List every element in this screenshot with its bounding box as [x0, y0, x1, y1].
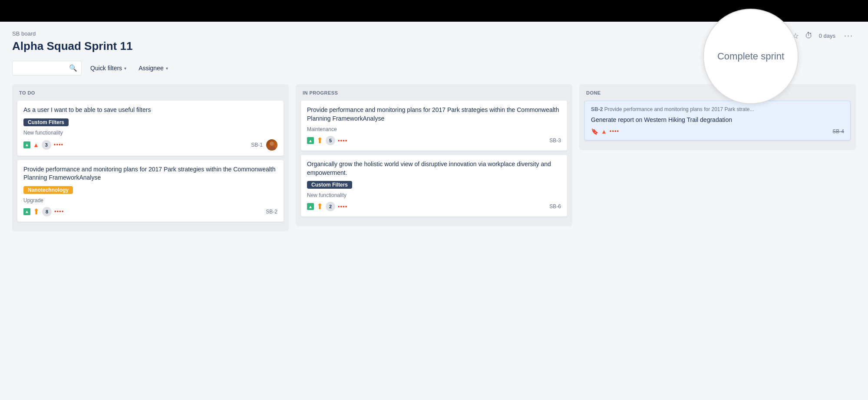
card-sb4[interactable]: SB-2 Provide performance and monitoring …: [584, 101, 851, 141]
sprint-actions: ☆ ⏱ 0 days ···: [792, 30, 856, 41]
card-sb1-icons: ▲ ▲ 3 ••••: [23, 140, 63, 150]
quick-filters-button[interactable]: Quick filters ▾: [87, 63, 130, 73]
card-sb4-header: SB-2 Provide performance and monitoring …: [591, 106, 844, 112]
svg-point-1: [268, 146, 276, 151]
card-sb3-badge: 5: [326, 136, 335, 145]
card-sb3-id: SB-3: [549, 138, 561, 144]
card-sb6-id: SB-6: [549, 203, 561, 210]
complete-sprint-overlay[interactable]: Complete sprint: [703, 9, 799, 104]
card-sb2-title: Provide performance and monitoring plans…: [23, 165, 277, 182]
card-sb2-dots: ••••: [54, 208, 64, 215]
card-sb6[interactable]: Organically grow the holistic world view…: [301, 155, 567, 216]
card-sb3-meta: Maintenance: [307, 126, 561, 132]
search-input[interactable]: [17, 65, 69, 72]
card-sb4-footer: 🔖 ▲ •••• SB-4: [591, 128, 844, 135]
card-sb1-badge: 3: [42, 140, 51, 150]
card-sb1[interactable]: As a user I want to be able to save usef…: [17, 101, 284, 156]
board: TO DO As a user I want to be able to sav…: [12, 84, 856, 231]
card-sb1-dots: ••••: [54, 141, 63, 148]
column-todo-header: TO DO: [17, 89, 284, 96]
search-icon: 🔍: [69, 64, 77, 72]
card-sb1-meta: New functionality: [23, 130, 277, 136]
svg-point-0: [270, 141, 274, 146]
days-label: 0 days: [819, 33, 835, 39]
card-sb3[interactable]: Provide performance and monitoring plans…: [301, 101, 567, 151]
card-sb3-dots: ••••: [338, 138, 347, 144]
column-inprogress: IN PROGRESS Provide performance and moni…: [296, 84, 572, 226]
priority-high-icon: ▲: [33, 141, 39, 148]
quick-filters-label: Quick filters: [90, 65, 122, 72]
card-sb3-icons: ▲ ⬆ 5 ••••: [307, 136, 347, 145]
priority-medium-icon-sb6: ⬆: [317, 202, 323, 211]
card-sb6-tag: Custom Filters: [307, 181, 352, 189]
avatar-sb1: [266, 139, 277, 151]
card-sb6-meta: New functionality: [307, 192, 561, 198]
story-icon: ▲: [23, 141, 30, 148]
priority-high-icon-sb3: ⬆: [317, 136, 323, 145]
quick-filters-chevron: ▾: [124, 66, 126, 71]
card-sb1-tag: Custom Filters: [23, 118, 69, 126]
card-sb4-icons: 🔖 ▲ ••••: [591, 128, 619, 135]
assignee-label: Assignee: [139, 65, 164, 72]
priority-medium-icon: ⬆: [33, 207, 40, 216]
card-sb2[interactable]: Provide performance and monitoring plans…: [17, 160, 284, 222]
card-sb6-icons: ▲ ⬆ 2 ••••: [307, 202, 347, 211]
search-box[interactable]: 🔍: [12, 61, 82, 75]
card-sb2-tag: Nanotechnology: [23, 186, 73, 194]
complete-sprint-label: Complete sprint: [717, 51, 784, 62]
card-sb2-meta: Upgrade: [23, 197, 277, 203]
main-container: Complete sprint ☆ ⏱ 0 days ··· SB board …: [0, 22, 868, 240]
card-sb4-done-id: SB-2: [591, 106, 603, 112]
column-done: DONE SB-2 Provide performance and monito…: [579, 84, 856, 150]
story-icon-sb6: ▲: [307, 203, 314, 210]
card-sb6-title: Organically grow the holistic world view…: [307, 160, 561, 177]
card-sb1-id: SB-1: [251, 142, 263, 148]
more-options-button[interactable]: ···: [842, 30, 856, 41]
card-sb1-right: SB-1: [251, 139, 277, 151]
card-sb4-title: Generate report on Western Hiking Trail …: [591, 116, 844, 125]
card-sb2-badge: 8: [42, 207, 52, 216]
card-sb4-dots: ••••: [610, 128, 619, 134]
priority-icon-sb4: ▲: [601, 128, 607, 135]
column-inprogress-header: IN PROGRESS: [301, 89, 567, 96]
card-sb6-badge: 2: [326, 202, 335, 211]
card-sb1-title: As a user I want to be able to save usef…: [23, 106, 277, 115]
card-sb3-footer: ▲ ⬆ 5 •••• SB-3: [307, 136, 561, 145]
card-sb6-dots: ••••: [338, 203, 347, 210]
card-sb4-id: SB-4: [832, 128, 844, 134]
card-sb3-title: Provide performance and monitoring plans…: [307, 106, 561, 123]
card-sb2-id: SB-2: [266, 209, 277, 215]
story-icon-sb2: ▲: [23, 208, 30, 215]
bookmark-icon: 🔖: [591, 128, 598, 135]
card-sb6-footer: ▲ ⬆ 2 •••• SB-6: [307, 202, 561, 211]
assignee-chevron: ▾: [166, 66, 168, 71]
clock-icon: ⏱: [805, 31, 813, 40]
card-sb2-footer: ▲ ⬆ 8 •••• SB-2: [23, 207, 277, 216]
story-icon-sb3: ▲: [307, 137, 314, 144]
card-sb2-icons: ▲ ⬆ 8 ••••: [23, 207, 64, 216]
column-todo: TO DO As a user I want to be able to sav…: [12, 84, 289, 231]
assignee-button[interactable]: Assignee ▾: [135, 63, 172, 73]
card-sb1-footer: ▲ ▲ 3 •••• SB-1: [23, 139, 277, 151]
card-sb4-header-text: Provide performance and monitoring plans…: [604, 106, 754, 112]
